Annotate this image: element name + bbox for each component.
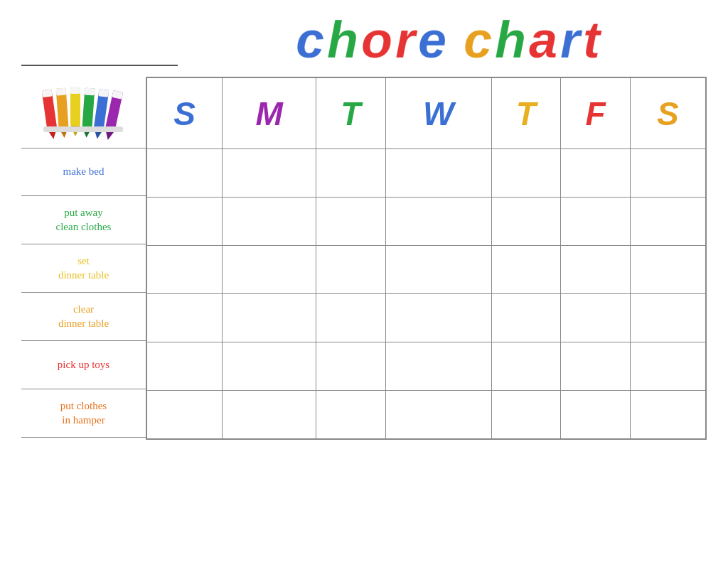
header-row: S M T W T F S — [147, 78, 706, 149]
cell[interactable] — [223, 342, 316, 391]
cell[interactable] — [491, 294, 561, 342]
header: chore chart — [21, 14, 707, 70]
table-row — [147, 294, 706, 342]
cell[interactable] — [223, 149, 316, 198]
main-content: make bed put awayclean clothes setdinner… — [21, 77, 707, 440]
cell[interactable] — [147, 342, 223, 391]
cell[interactable] — [316, 198, 386, 246]
title-letter-t: t — [583, 11, 603, 68]
chore-label-clear-dinner: cleardinner table — [21, 293, 146, 341]
cell[interactable] — [491, 342, 561, 391]
title-letter-c2: c — [464, 11, 495, 68]
crayons-icon — [38, 82, 130, 143]
chore-label-put-away: put awayclean clothes — [21, 196, 146, 244]
cell[interactable] — [491, 198, 561, 246]
title-letter-r2: r — [560, 11, 583, 68]
day-header-monday: M — [223, 78, 316, 149]
cell[interactable] — [630, 198, 705, 246]
table-row — [147, 391, 706, 439]
cell[interactable] — [385, 149, 491, 198]
cell[interactable] — [316, 294, 386, 342]
cell[interactable] — [223, 246, 316, 294]
table-row — [147, 149, 706, 198]
cell[interactable] — [561, 342, 631, 391]
title-container: chore chart — [192, 14, 707, 66]
svg-rect-2 — [41, 89, 52, 97]
cell[interactable] — [223, 391, 316, 439]
cell[interactable] — [630, 342, 705, 391]
title-letter-o: o — [361, 11, 395, 68]
svg-rect-11 — [84, 87, 95, 95]
svg-rect-5 — [55, 87, 66, 95]
chore-label-set-dinner: setdinner table — [21, 244, 146, 293]
cell[interactable] — [630, 294, 705, 342]
cell[interactable] — [491, 246, 561, 294]
cell[interactable] — [223, 198, 316, 246]
day-header-wednesday: W — [385, 78, 491, 149]
title-letter-h: h — [327, 11, 361, 68]
cell[interactable] — [385, 198, 491, 246]
table-row — [147, 198, 706, 246]
svg-rect-14 — [98, 89, 109, 97]
title-letter-e: e — [418, 11, 449, 68]
cell[interactable] — [385, 342, 491, 391]
cell[interactable] — [147, 149, 223, 198]
day-header-thursday: T — [491, 78, 561, 149]
chore-label-pick-up: pick up toys — [21, 341, 146, 389]
cell[interactable] — [223, 294, 316, 342]
title-letter-a: a — [529, 11, 560, 68]
grid-container: S M T W T F S — [146, 77, 707, 440]
cell[interactable] — [385, 294, 491, 342]
cell[interactable] — [561, 246, 631, 294]
day-header-sunday: S — [147, 78, 223, 149]
cell[interactable] — [630, 246, 705, 294]
svg-rect-8 — [70, 87, 80, 94]
cell[interactable] — [561, 391, 631, 439]
cell[interactable] — [385, 391, 491, 439]
table-row — [147, 246, 706, 294]
cell[interactable] — [630, 391, 705, 439]
cell[interactable] — [316, 391, 386, 439]
page-title: chore chart — [296, 14, 603, 66]
cell[interactable] — [491, 391, 561, 439]
cell[interactable] — [147, 246, 223, 294]
cell[interactable] — [385, 246, 491, 294]
cell[interactable] — [316, 149, 386, 198]
cell[interactable] — [561, 198, 631, 246]
crayons-area — [21, 77, 146, 148]
day-header-saturday: S — [630, 78, 705, 149]
svg-rect-18 — [43, 126, 123, 132]
name-line — [21, 45, 178, 66]
cell[interactable] — [561, 294, 631, 342]
cell[interactable] — [147, 198, 223, 246]
cell[interactable] — [491, 149, 561, 198]
title-letter-c: c — [296, 11, 327, 68]
chore-label-put-clothes: put clothesin hamper — [21, 389, 146, 438]
chore-label-make-bed: make bed — [21, 148, 146, 196]
left-column: make bed put awayclean clothes setdinner… — [21, 77, 146, 440]
title-letter-h2: h — [495, 11, 529, 68]
cell[interactable] — [316, 342, 386, 391]
cell[interactable] — [630, 149, 705, 198]
day-header-tuesday: T — [316, 78, 386, 149]
cell[interactable] — [147, 294, 223, 342]
cell[interactable] — [147, 391, 223, 439]
title-letter-r: r — [395, 11, 418, 68]
cell[interactable] — [561, 149, 631, 198]
table-row — [147, 342, 706, 391]
chore-grid: S M T W T F S — [146, 77, 706, 439]
cell[interactable] — [316, 246, 386, 294]
day-header-friday: F — [561, 78, 631, 149]
page: chore chart — [0, 0, 728, 562]
